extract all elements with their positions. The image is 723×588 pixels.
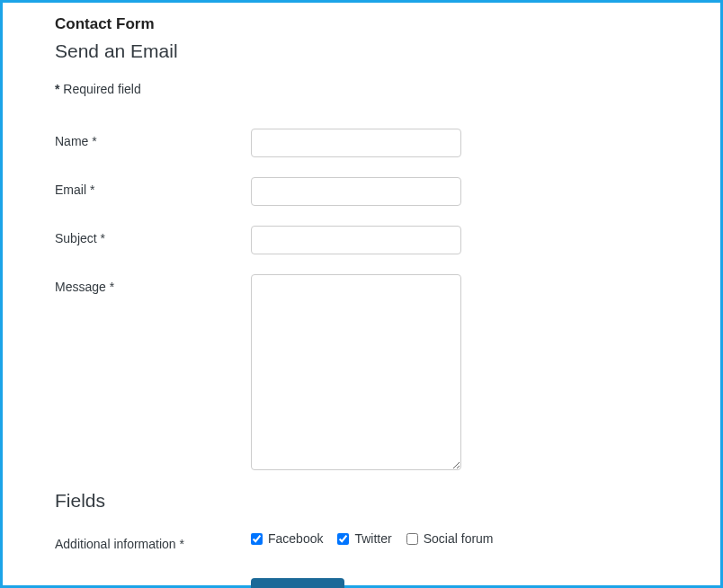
twitter-label: Twitter [354,531,391,546]
message-label: Message * [55,274,251,294]
additional-info-label: Additional information * [55,531,251,551]
form-row-message: Message * [55,274,668,470]
checkbox-item-facebook[interactable]: Facebook [251,531,323,546]
facebook-label: Facebook [268,531,323,546]
send-email-heading: Send an Email [55,40,668,62]
name-input[interactable] [251,129,461,157]
facebook-checkbox[interactable] [251,533,263,545]
message-textarea[interactable] [251,274,461,470]
social-forum-label: Social forum [424,531,494,546]
name-label: Name * [55,129,251,148]
submit-row: Send Email [251,578,668,588]
twitter-checkbox[interactable] [337,533,349,545]
email-label: Email * [55,177,251,197]
social-forum-checkbox[interactable] [406,533,418,545]
fields-heading: Fields [55,490,668,512]
form-row-email: Email * [55,177,668,206]
subject-input[interactable] [251,226,461,254]
form-row-additional-info: Additional information * Facebook Twitte… [55,531,668,551]
form-row-name: Name * [55,129,668,157]
checkbox-item-social-forum[interactable]: Social forum [406,531,494,546]
required-field-note: * Required field [55,82,668,96]
checkbox-row: Facebook Twitter Social forum [251,531,494,546]
required-text: Required field [59,82,140,96]
form-row-subject: Subject * [55,226,668,254]
checkbox-item-twitter[interactable]: Twitter [337,531,391,546]
send-email-button[interactable]: Send Email [251,578,344,588]
subject-label: Subject * [55,226,251,245]
page-title: Contact Form [55,15,668,33]
contact-form-frame: Contact Form Send an Email * Required fi… [0,0,723,588]
email-input[interactable] [251,177,461,206]
